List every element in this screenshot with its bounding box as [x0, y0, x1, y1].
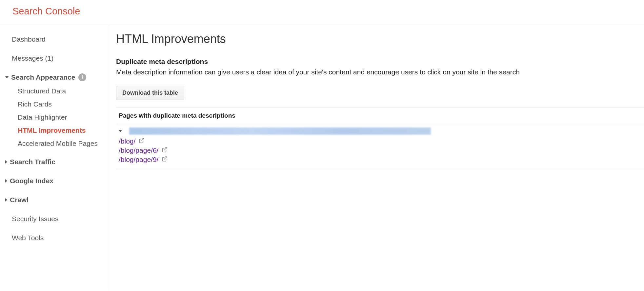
- sidebar-section-label: Search Appearance: [11, 73, 75, 81]
- sidebar-item-label: Dashboard: [12, 35, 46, 43]
- expand-toggle[interactable]: [119, 127, 641, 135]
- external-link-icon[interactable]: [162, 156, 168, 164]
- page-title: HTML Improvements: [116, 32, 644, 46]
- main-content: HTML Improvements Duplicate meta descrip…: [108, 24, 644, 291]
- caret-right-icon: [5, 198, 7, 202]
- url-link[interactable]: /blog/page/9/: [119, 155, 641, 164]
- sidebar-item-label: Web Tools: [12, 234, 44, 242]
- url-text: /blog/page/9/: [119, 156, 158, 164]
- info-icon[interactable]: i: [78, 73, 86, 81]
- sidebar-item-rich-cards[interactable]: Rich Cards: [0, 98, 108, 111]
- app-title[interactable]: Search Console: [12, 6, 644, 17]
- redacted-description: [129, 127, 431, 135]
- external-link-icon[interactable]: [162, 146, 168, 154]
- external-link-icon[interactable]: [139, 137, 145, 145]
- sidebar-section-label: Search Traffic: [10, 158, 55, 166]
- sidebar-item-label: Messages (1): [12, 54, 53, 62]
- sidebar-item-label: Rich Cards: [18, 100, 52, 108]
- sidebar-section-label: Google Index: [10, 177, 53, 185]
- sidebar-section-search-traffic[interactable]: Search Traffic: [0, 155, 108, 169]
- caret-down-icon: [119, 130, 122, 132]
- sidebar-item-data-highlighter[interactable]: Data Highlighter: [0, 111, 108, 124]
- sidebar-item-label: Security Issues: [12, 215, 58, 223]
- sidebar-section-search-appearance[interactable]: Search Appearance i: [0, 70, 108, 85]
- section-header: Duplicate meta descriptions: [116, 58, 644, 66]
- svg-line-1: [164, 147, 167, 150]
- sidebar-item-label: Data Highlighter: [18, 113, 67, 121]
- sidebar-section-google-index[interactable]: Google Index: [0, 174, 108, 188]
- svg-line-2: [164, 157, 167, 159]
- url-link[interactable]: /blog/page/6/: [119, 146, 641, 155]
- table-row: /blog/ /blog/page/6/ /blog/page/9/: [116, 124, 644, 169]
- svg-line-0: [141, 138, 144, 141]
- sidebar-item-structured-data[interactable]: Structured Data: [0, 85, 108, 98]
- sidebar-section-label: Crawl: [10, 196, 29, 204]
- sidebar-item-label: HTML Improvements: [18, 126, 86, 134]
- download-table-button[interactable]: Download this table: [116, 86, 184, 100]
- layout: Dashboard Messages (1) Search Appearance…: [0, 24, 644, 291]
- section-description: Meta description information can give us…: [116, 68, 644, 76]
- sidebar: Dashboard Messages (1) Search Appearance…: [0, 24, 108, 291]
- sidebar-item-html-improvements[interactable]: HTML Improvements: [0, 124, 108, 137]
- caret-down-icon: [5, 76, 9, 78]
- sidebar-item-amp[interactable]: Accelerated Mobile Pages: [0, 137, 108, 150]
- sidebar-item-dashboard[interactable]: Dashboard: [0, 32, 108, 47]
- table-header: Pages with duplicate meta descriptions: [116, 107, 644, 124]
- sidebar-item-label: Accelerated Mobile Pages: [18, 140, 98, 147]
- app-header: Search Console: [0, 0, 644, 24]
- url-text: /blog/: [119, 137, 135, 145]
- sidebar-item-security-issues[interactable]: Security Issues: [0, 212, 108, 226]
- url-link[interactable]: /blog/: [119, 137, 641, 146]
- sidebar-item-label: Structured Data: [18, 87, 66, 95]
- sidebar-item-web-tools[interactable]: Web Tools: [0, 231, 108, 245]
- caret-right-icon: [5, 179, 7, 183]
- sidebar-section-crawl[interactable]: Crawl: [0, 193, 108, 207]
- sidebar-item-messages[interactable]: Messages (1): [0, 51, 108, 66]
- caret-right-icon: [5, 160, 7, 164]
- url-text: /blog/page/6/: [119, 146, 158, 154]
